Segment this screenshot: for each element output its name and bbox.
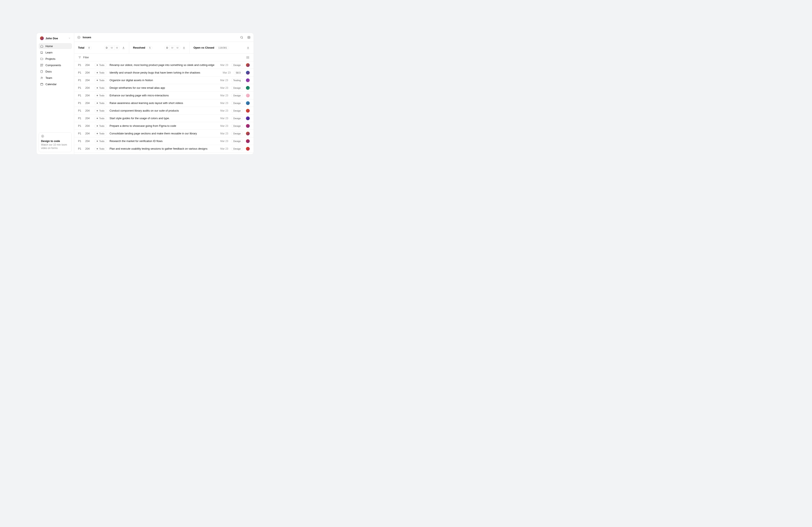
stat-total: Total 8 D W M: [74, 42, 129, 54]
issue-row[interactable]: P1204TodoRaise awareness about learning …: [74, 99, 253, 107]
assignee-avatar[interactable]: [246, 71, 250, 75]
status-dot-icon: [97, 133, 98, 134]
issue-row[interactable]: P1204TodoEnhance our landing page with m…: [74, 92, 253, 99]
issue-tag[interactable]: Design: [231, 147, 243, 151]
issue-status[interactable]: Todo: [95, 94, 106, 97]
assignee-avatar[interactable]: [246, 147, 250, 151]
search-button[interactable]: [240, 36, 243, 39]
calendar-icon: [40, 82, 43, 86]
nav-item-components[interactable]: Components: [39, 62, 72, 68]
issue-tag[interactable]: Design: [231, 63, 243, 67]
promo-title: Design to code: [41, 140, 69, 142]
issue-tag[interactable]: Design: [231, 139, 243, 143]
assignee-avatar[interactable]: [246, 139, 250, 143]
issue-tag[interactable]: Design: [231, 132, 243, 135]
issue-title: Research the market for verification ID …: [110, 139, 217, 142]
issue-tag[interactable]: Design: [231, 109, 243, 112]
grid-add-icon: [40, 63, 43, 67]
assignee-avatar[interactable]: [246, 101, 250, 105]
nav-item-home[interactable]: Home: [39, 43, 72, 49]
download-resolved-button[interactable]: [182, 46, 186, 49]
issue-tag[interactable]: Testing: [231, 78, 243, 82]
issue-status[interactable]: Todo: [95, 117, 106, 120]
nav-item-calendar[interactable]: Calendar: [39, 81, 72, 87]
issue-tag[interactable]: Design: [231, 101, 243, 105]
svg-point-13: [247, 58, 247, 58]
issue-status[interactable]: Todo: [95, 109, 106, 112]
folder-icon: [40, 57, 43, 60]
assignee-avatar[interactable]: [246, 94, 250, 97]
issue-date: Mar 23: [220, 124, 228, 127]
layout-grid-button[interactable]: [247, 36, 250, 39]
svg-rect-0: [40, 64, 41, 65]
segment-month[interactable]: M: [175, 46, 180, 50]
issue-row[interactable]: P1204TodoPlan and execute usability test…: [74, 145, 253, 153]
issue-status[interactable]: Todo: [95, 139, 106, 143]
home-icon: [40, 44, 43, 48]
issue-status[interactable]: Todo: [95, 78, 106, 82]
issue-date: Mar 23: [220, 147, 228, 150]
issue-row[interactable]: P1204TodoIdentify and smash those pesky …: [74, 69, 253, 76]
svg-point-4: [42, 77, 43, 78]
issue-status[interactable]: Todo: [95, 86, 106, 90]
assignee-avatar[interactable]: [246, 109, 250, 112]
issue-title: Design wireframes for our new email alia…: [110, 86, 217, 89]
assignee-avatar[interactable]: [246, 78, 250, 82]
user-menu[interactable]: John Doe: [39, 35, 72, 41]
stat-count: 8: [86, 46, 91, 49]
issue-row[interactable]: P1204TodoConsolidate landing page sectio…: [74, 130, 253, 137]
segment-week[interactable]: W: [170, 46, 175, 50]
issue-id: 204: [85, 64, 91, 66]
issue-row[interactable]: P1204TodoRevamp our oldest, most boring …: [74, 61, 253, 69]
issue-row[interactable]: P1204TodoDesign wireframes for our new e…: [74, 84, 253, 92]
issue-row[interactable]: P1204TodoOrganize our digital assets in …: [74, 76, 253, 84]
filter-icon[interactable]: [78, 56, 82, 59]
issue-id: 204: [85, 147, 91, 150]
issue-row[interactable]: P1204TodoConduct component library audit…: [74, 107, 253, 115]
download-open-button[interactable]: [246, 46, 250, 49]
nav-item-learn[interactable]: Learn: [39, 49, 72, 55]
issue-row[interactable]: P1204TodoStart style guides for the usag…: [74, 115, 253, 122]
assignee-avatar[interactable]: [246, 124, 250, 128]
segment-month[interactable]: M: [115, 46, 119, 50]
issue-tag[interactable]: Design: [231, 117, 243, 120]
issue-id: 204: [85, 140, 91, 142]
add-issue-button[interactable]: [77, 36, 81, 39]
nav-item-projects[interactable]: Projects: [39, 56, 72, 62]
download-total-button[interactable]: [122, 46, 125, 49]
nav-item-team[interactable]: Team: [39, 75, 72, 81]
assignee-avatar[interactable]: [246, 132, 250, 135]
issue-tag[interactable]: SEO: [234, 71, 243, 75]
issue-status[interactable]: Todo: [95, 71, 106, 75]
issue-id: 204: [85, 102, 91, 105]
filter-label[interactable]: Filter: [83, 56, 89, 59]
issue-tag[interactable]: Design: [231, 124, 243, 128]
stats-bar: Total 8 D W M Resolved 5 D W M: [74, 42, 253, 54]
issue-status[interactable]: Todo: [95, 132, 106, 135]
issue-tag[interactable]: Design: [231, 86, 243, 90]
segment-day[interactable]: D: [104, 46, 109, 50]
nav-item-docs[interactable]: Docs: [39, 69, 72, 74]
issue-tag[interactable]: Design: [231, 94, 243, 97]
view-list-button[interactable]: [246, 56, 250, 59]
issue-date: Mar 23: [220, 79, 228, 82]
issue-date: Mar 23: [220, 102, 228, 105]
time-segment-total: D W M: [104, 46, 120, 50]
issue-status[interactable]: Todo: [95, 101, 106, 105]
segment-week[interactable]: W: [109, 46, 114, 50]
issues-list: P1204TodoRevamp our oldest, most boring …: [74, 61, 253, 154]
issue-status[interactable]: Todo: [95, 63, 106, 67]
assignee-avatar[interactable]: [246, 86, 250, 90]
issue-title: Plan and execute usability testing sessi…: [110, 147, 217, 150]
segment-day[interactable]: D: [165, 46, 170, 50]
issue-row[interactable]: P1204TodoPrepare a demo to showcase goin…: [74, 122, 253, 130]
issue-row[interactable]: P1204TodoResearch the market for verific…: [74, 137, 253, 145]
promo-card[interactable]: Design to code Watch our 10 min loom vid…: [39, 132, 72, 152]
assignee-avatar[interactable]: [246, 63, 250, 67]
issue-title: Prepare a demo to showcase going from Fi…: [110, 124, 217, 127]
issue-status[interactable]: Todo: [95, 124, 106, 128]
issue-id: 204: [85, 79, 91, 82]
assignee-avatar[interactable]: [246, 117, 250, 120]
issue-status[interactable]: Todo: [95, 147, 106, 151]
nav-label: Learn: [45, 51, 53, 54]
